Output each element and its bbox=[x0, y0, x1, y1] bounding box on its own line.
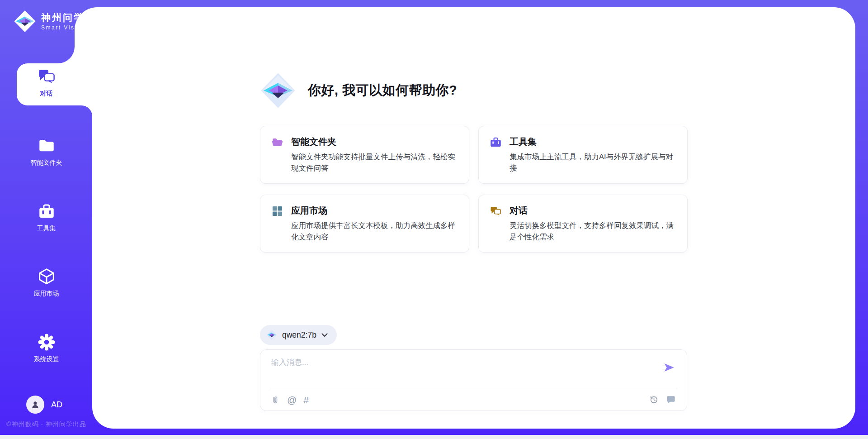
message-composer: @ # bbox=[260, 349, 687, 411]
user-name: AD bbox=[51, 400, 62, 410]
card-title: 应用市场 bbox=[291, 205, 458, 216]
history-icon[interactable] bbox=[649, 395, 659, 405]
card-app-market[interactable]: 应用市场 应用市场提供丰富长文本模板，助力高效生成多样化文章内容 bbox=[260, 195, 469, 253]
card-title: 对话 bbox=[509, 205, 676, 216]
sidebar-item-app-market[interactable]: 应用市场 bbox=[0, 267, 93, 298]
card-description: 灵活切换多模型文件，支持多样回复效果调试，满足个性化需求 bbox=[509, 220, 676, 243]
sidebar-item-toolbox[interactable]: 工具集 bbox=[0, 202, 93, 233]
message-input[interactable] bbox=[271, 357, 656, 382]
chat-bubbles-icon bbox=[490, 205, 502, 217]
chat-bubbles-icon bbox=[37, 67, 56, 86]
mention-icon[interactable]: @ bbox=[287, 395, 297, 406]
folder-open-icon bbox=[271, 136, 283, 148]
attachment-icon[interactable] bbox=[270, 395, 280, 405]
card-smart-folder[interactable]: 智能文件夹 智能文件夹功能支持批量文件上传与清洗，轻松实现文件问答 bbox=[260, 126, 469, 184]
sidebar-item-label: 对话 bbox=[40, 90, 53, 98]
avatar bbox=[26, 396, 44, 414]
toolbox-icon bbox=[37, 202, 56, 221]
composer-right-tools bbox=[649, 395, 676, 405]
folder-icon bbox=[37, 136, 56, 155]
model-selector[interactable]: qwen2:7b bbox=[260, 325, 337, 345]
feature-cards: 智能文件夹 智能文件夹功能支持批量文件上传与清洗，轻松实现文件问答 工具集 集成… bbox=[260, 126, 688, 253]
card-description: 应用市场提供丰富长文本模板，助力高效生成多样化文章内容 bbox=[291, 220, 458, 243]
greeting-title: 你好, 我可以如何帮助你? bbox=[308, 81, 457, 100]
brand-logo: 神州问学 Smart Vision bbox=[14, 10, 85, 33]
diamond-logo-icon bbox=[266, 329, 277, 340]
hashtag-icon[interactable]: # bbox=[303, 395, 309, 406]
diamond-logo-icon bbox=[260, 72, 296, 109]
sidebar-item-smart-folder[interactable]: 智能文件夹 bbox=[0, 136, 93, 167]
send-icon[interactable] bbox=[663, 362, 675, 373]
cube-icon bbox=[37, 267, 56, 286]
person-icon bbox=[30, 400, 40, 410]
user-profile[interactable]: AD bbox=[26, 396, 62, 414]
brand-title: 神州问学 bbox=[41, 12, 85, 23]
toolbox-icon bbox=[490, 136, 502, 148]
quick-reply-icon[interactable] bbox=[666, 395, 676, 405]
sidebar-item-label: 应用市场 bbox=[34, 290, 59, 298]
chevron-down-icon bbox=[321, 333, 328, 337]
grid-tiles-icon bbox=[271, 205, 283, 217]
card-title: 工具集 bbox=[509, 136, 676, 148]
greeting-block: 你好, 我可以如何帮助你? bbox=[260, 72, 457, 109]
model-name: qwen2:7b bbox=[282, 330, 316, 340]
sidebar-item-label: 智能文件夹 bbox=[31, 159, 62, 167]
card-chat[interactable]: 对话 灵活切换多模型文件，支持多样回复效果调试，满足个性化需求 bbox=[478, 195, 688, 253]
sidebar-item-label: 系统设置 bbox=[34, 355, 59, 363]
gear-icon bbox=[37, 333, 56, 352]
card-toolbox[interactable]: 工具集 集成市场上主流工具，助力AI与外界无缝扩展与对接 bbox=[478, 126, 688, 184]
card-title: 智能文件夹 bbox=[291, 136, 458, 148]
sidebar-item-label: 工具集 bbox=[37, 224, 56, 233]
composer-tools: @ # bbox=[270, 395, 309, 406]
composer-divider bbox=[269, 388, 678, 388]
card-description: 智能文件夹功能支持批量文件上传与清洗，轻松实现文件问答 bbox=[291, 151, 458, 174]
brand-subtitle: Smart Vision bbox=[41, 24, 85, 31]
sidebar-item-settings[interactable]: 系统设置 bbox=[0, 333, 93, 363]
diamond-logo-icon bbox=[14, 10, 36, 33]
sidebar-item-chat[interactable]: 对话 bbox=[0, 67, 93, 98]
copyright-text: ©神州数码 · 神州问学出品 bbox=[0, 420, 93, 429]
card-description: 集成市场上主流工具，助力AI与外界无缝扩展与对接 bbox=[509, 151, 676, 174]
